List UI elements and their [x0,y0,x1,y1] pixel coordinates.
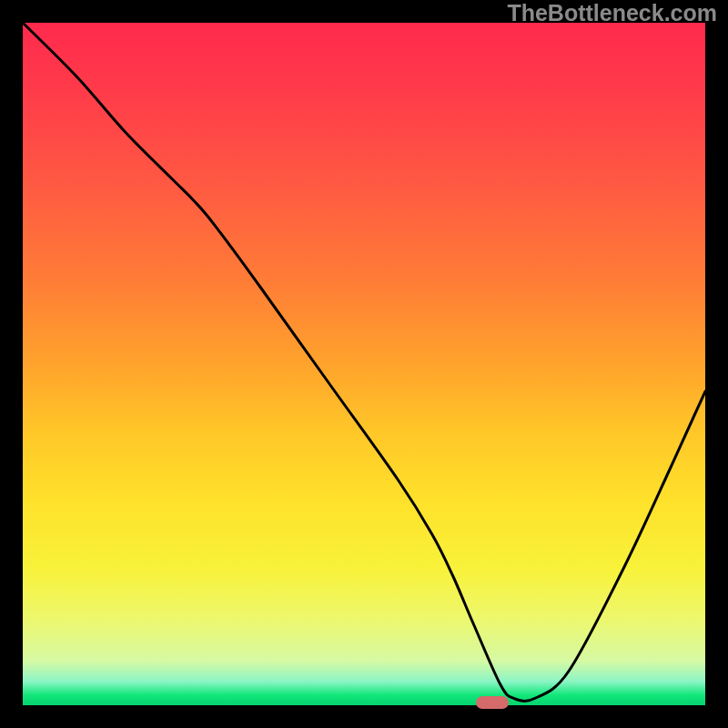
optimum-marker [476,696,509,709]
curve-path [23,23,705,701]
chart-plot-area [23,23,705,705]
chart-stage: TheBottleneck.com [0,0,728,728]
bottleneck-curve [23,23,705,705]
